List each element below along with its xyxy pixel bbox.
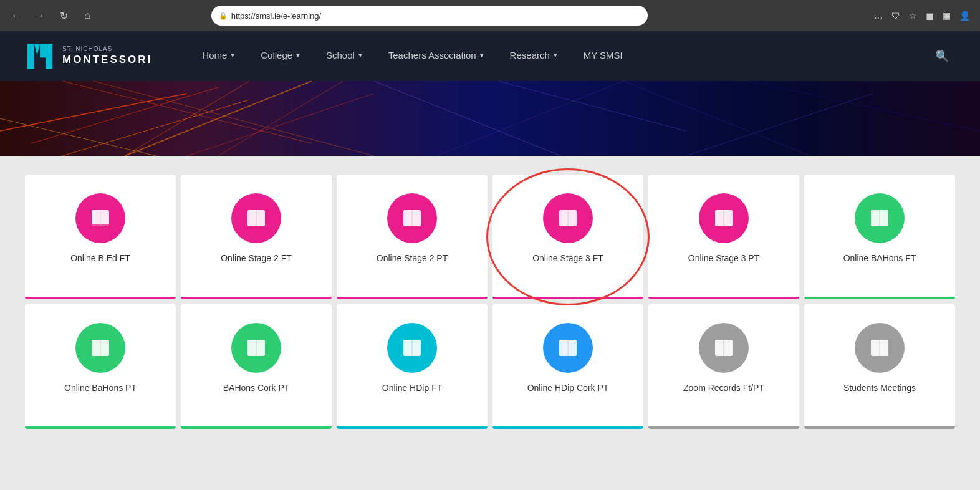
forward-button[interactable]: → xyxy=(31,7,49,24)
course-icon-stage3-ft xyxy=(543,193,593,243)
book-icon xyxy=(712,336,736,360)
main-content: Online B.Ed FT Online Stage 2 FT xyxy=(0,156,980,453)
course-card-zoom-records[interactable]: Zoom Records Ft/PT xyxy=(648,304,799,429)
site-navigation: ST. NICHOLAS MONTESSORI Home ▼ College ▼… xyxy=(0,31,980,81)
book-icon xyxy=(89,336,112,360)
course-name-bahons-ft: Online BAHons FT xyxy=(843,252,916,265)
course-card-stage3-pt[interactable]: Online Stage 3 PT xyxy=(648,175,799,299)
course-card-bed-ft[interactable]: Online B.Ed FT xyxy=(25,175,176,299)
card-wrapper-zoom-records: Zoom Records Ft/PT xyxy=(648,304,799,429)
course-name-bed-ft: Online B.Ed FT xyxy=(70,252,130,265)
browser-chrome: ← → ↻ ⌂ 🔒 https://smsi.ie/e-learning/ … … xyxy=(0,0,980,31)
logo-subtitle: ST. NICHOLAS xyxy=(62,45,152,53)
book-icon xyxy=(556,206,580,230)
tabs-button[interactable]: ▣ xyxy=(940,8,953,23)
course-icon-zoom-records xyxy=(699,323,749,373)
course-icon-hdip-ft xyxy=(387,323,437,373)
card-wrapper-stage2-pt: Online Stage 2 PT xyxy=(337,175,488,299)
svg-rect-2 xyxy=(40,44,46,57)
svg-rect-5 xyxy=(0,81,980,156)
course-card-bahons-cork-pt[interactable]: BAHons Cork PT xyxy=(181,304,332,429)
nav-home-label: Home xyxy=(202,50,227,60)
nav-item-home[interactable]: Home ▼ xyxy=(190,31,248,81)
course-card-stage2-pt[interactable]: Online Stage 2 PT xyxy=(337,175,488,299)
course-card-hdip-cork-pt[interactable]: Online HDip Cork PT xyxy=(492,304,643,429)
profile-button[interactable]: 👤 xyxy=(957,8,973,23)
course-name-zoom-records: Zoom Records Ft/PT xyxy=(683,382,764,395)
book-icon xyxy=(89,206,112,230)
book-icon xyxy=(712,206,736,230)
book-icon xyxy=(556,336,580,360)
card-wrapper-hdip-ft: Online HDip FT xyxy=(337,304,488,429)
card-wrapper-bahons-pt: Online BaHons PT xyxy=(25,304,176,429)
book-icon xyxy=(400,206,424,230)
course-card-stage2-ft[interactable]: Online Stage 2 FT xyxy=(181,175,332,299)
svg-rect-0 xyxy=(27,44,34,69)
course-name-stage3-pt: Online Stage 3 PT xyxy=(688,252,759,265)
search-button[interactable]: 🔍 xyxy=(929,49,955,63)
course-card-bahons-pt[interactable]: Online BaHons PT xyxy=(25,304,176,429)
refresh-button[interactable]: ↻ xyxy=(55,7,72,24)
course-icon-stage3-pt xyxy=(699,193,749,243)
nav-home-chevron: ▼ xyxy=(229,52,236,59)
book-icon xyxy=(868,206,891,230)
course-name-bahons-cork-pt: BAHons Cork PT xyxy=(223,382,290,395)
nav-item-mysmsi[interactable]: MY SMSI xyxy=(571,31,635,81)
course-icon-bahons-pt xyxy=(75,323,125,373)
nav-item-research[interactable]: Research ▼ xyxy=(497,31,571,81)
nav-teachers-label: Teachers Association xyxy=(388,50,476,60)
library-button[interactable]: ◼ xyxy=(923,7,936,24)
course-name-hdip-ft: Online HDip FT xyxy=(382,382,442,395)
course-name-hdip-cork-pt: Online HDip Cork PT xyxy=(527,382,609,395)
nav-teachers-chevron: ▼ xyxy=(479,52,485,59)
course-card-bahons-ft[interactable]: Online BAHons FT xyxy=(804,175,955,299)
address-bar[interactable]: 🔒 https://smsi.ie/e-learning/ xyxy=(211,6,648,26)
course-grid-row2: Online BaHons PT BAHons Cork PT xyxy=(25,304,955,429)
nav-menu: Home ▼ College ▼ School ▼ Teachers Assoc… xyxy=(190,31,929,81)
logo-brand: MONTESSORI xyxy=(62,53,152,67)
nav-research-chevron: ▼ xyxy=(552,52,559,59)
nav-school-label: School xyxy=(326,50,355,60)
hero-banner xyxy=(0,81,980,156)
nav-research-label: Research xyxy=(510,50,550,60)
course-icon-bed-ft xyxy=(75,193,125,243)
back-button[interactable]: ← xyxy=(7,7,25,24)
nav-school-chevron: ▼ xyxy=(357,52,363,59)
svg-rect-3 xyxy=(46,44,52,69)
card-wrapper-bed-ft: Online B.Ed FT xyxy=(25,175,176,299)
nav-college-chevron: ▼ xyxy=(295,52,301,59)
lock-icon: 🔒 xyxy=(219,12,228,20)
hero-graphic xyxy=(0,81,980,156)
course-card-stage3-ft[interactable]: Online Stage 3 FT xyxy=(492,175,643,299)
browser-actions: … 🛡 ☆ ◼ ▣ 👤 xyxy=(872,7,973,24)
card-wrapper-students-meetings: Students Meetings xyxy=(804,304,955,429)
card-wrapper-stage3-pt: Online Stage 3 PT xyxy=(648,175,799,299)
nav-mysmsi-label: MY SMSI xyxy=(584,50,623,60)
card-wrapper-hdip-cork-pt: Online HDip Cork PT xyxy=(492,304,643,429)
course-icon-stage2-pt xyxy=(387,193,437,243)
course-name-stage3-ft: Online Stage 3 FT xyxy=(532,252,603,265)
course-icon-bahons-cork-pt xyxy=(231,323,281,373)
book-icon xyxy=(244,336,268,360)
course-icon-students-meetings xyxy=(855,323,905,373)
logo-icon xyxy=(25,39,56,74)
course-icon-bahons-ft xyxy=(855,193,905,243)
nav-item-college[interactable]: College ▼ xyxy=(248,31,314,81)
course-card-hdip-ft[interactable]: Online HDip FT xyxy=(337,304,488,429)
course-card-students-meetings[interactable]: Students Meetings xyxy=(804,304,955,429)
course-name-students-meetings: Students Meetings xyxy=(843,382,916,395)
course-name-stage2-ft: Online Stage 2 FT xyxy=(221,252,292,265)
nav-item-school[interactable]: School ▼ xyxy=(314,31,376,81)
home-button[interactable]: ⌂ xyxy=(79,7,96,24)
bookmark-button[interactable]: ☆ xyxy=(906,8,920,23)
url-text: https://smsi.ie/e-learning/ xyxy=(231,11,322,21)
course-name-stage2-pt: Online Stage 2 PT xyxy=(377,252,448,265)
nav-item-teachers[interactable]: Teachers Association ▼ xyxy=(376,31,497,81)
course-icon-hdip-cork-pt xyxy=(543,323,593,373)
book-icon xyxy=(400,336,424,360)
site-logo[interactable]: ST. NICHOLAS MONTESSORI xyxy=(25,39,152,74)
card-wrapper-stage3-ft: Online Stage 3 FT xyxy=(492,175,643,299)
more-options-button[interactable]: … xyxy=(872,8,885,23)
course-icon-stage2-ft xyxy=(231,193,281,243)
shield-button[interactable]: 🛡 xyxy=(889,8,903,23)
